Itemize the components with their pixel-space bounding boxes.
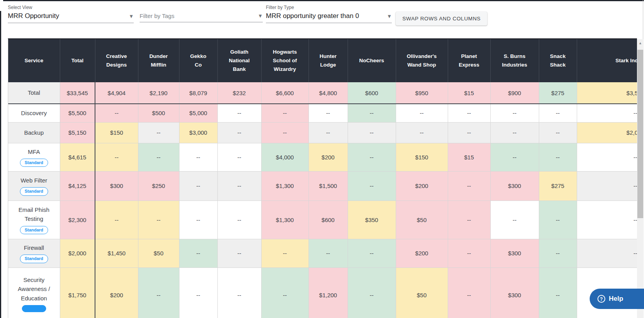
- column-header: Planet Express: [448, 39, 490, 82]
- standard-badge: Standard: [20, 255, 48, 263]
- question-circle-icon: ?: [597, 295, 605, 303]
- table-row: Email Phish TestingStandard$2,300-------…: [8, 201, 637, 239]
- value-cell: $15: [448, 82, 490, 104]
- header-row: ServiceTotalCreative DesignsDunder Miffl…: [8, 39, 637, 82]
- value-cell: $1,450: [95, 239, 138, 267]
- service-cell: Discovery: [8, 104, 60, 122]
- swap-rows-columns-button[interactable]: SWAP ROWS AND COLUMNS: [396, 12, 487, 25]
- value-cell: --: [539, 104, 577, 122]
- value-cell: $1,750: [60, 267, 95, 318]
- value-cell: --: [448, 122, 490, 143]
- value-cell: $950: [396, 82, 448, 104]
- value-cell: $300: [490, 239, 539, 267]
- value-cell: --: [309, 104, 348, 122]
- value-cell: --: [95, 143, 138, 171]
- select-view-dropdown[interactable]: Select View MRR Opportunity ▼: [8, 5, 134, 23]
- value-cell: --: [348, 171, 396, 201]
- table-row: Web FilterStandard$4,125$300$250----$1,3…: [8, 171, 637, 201]
- mrr-opportunity-table: ServiceTotalCreative DesignsDunder Miffl…: [8, 39, 637, 318]
- table-row: Discovery$5,500--$500$5,000-------------…: [8, 104, 637, 122]
- value-cell: $300: [95, 171, 138, 201]
- service-cell: Total: [8, 82, 60, 104]
- value-cell: $2,190: [138, 82, 179, 104]
- value-cell: --: [539, 239, 577, 267]
- table-row: Backup$5,150$150--$3,000----------------…: [8, 122, 637, 143]
- service-cell: Web FilterStandard: [8, 171, 60, 201]
- value-cell: $6,600: [261, 82, 309, 104]
- value-cell: $300: [490, 267, 539, 318]
- column-header: NoCheers: [348, 39, 396, 82]
- service-name: MFA: [11, 147, 57, 156]
- chevron-down-icon[interactable]: ▼: [387, 14, 392, 19]
- value-cell: --: [261, 239, 309, 267]
- value-cell: $2,300: [60, 201, 95, 239]
- service-name: Total: [11, 88, 57, 97]
- value-cell: --: [309, 122, 348, 143]
- chevron-down-icon[interactable]: ▼: [258, 13, 263, 18]
- value-cell: $5,150: [60, 122, 95, 143]
- value-cell: $2,000: [60, 239, 95, 267]
- service-name: Discovery: [11, 108, 57, 117]
- value-cell: $50: [138, 239, 179, 267]
- select-view-label: Select View: [8, 5, 134, 10]
- value-cell: $50: [396, 267, 448, 318]
- value-cell: --: [577, 201, 637, 239]
- column-header: Gekko Co: [179, 39, 217, 82]
- service-cell: Email Phish TestingStandard: [8, 201, 60, 239]
- value-cell: $4,615: [60, 143, 95, 171]
- value-cell: --: [348, 239, 396, 267]
- value-cell: --: [261, 104, 309, 122]
- value-cell: --: [539, 143, 577, 171]
- value-cell: $5,000: [179, 104, 217, 122]
- value-cell: --: [217, 143, 261, 171]
- value-cell: --: [539, 201, 577, 239]
- value-cell: --: [138, 201, 179, 239]
- value-cell: --: [179, 143, 217, 171]
- value-cell: --: [217, 201, 261, 239]
- value-cell: $2,000: [577, 122, 637, 143]
- select-view-value: MRR Opportunity: [8, 12, 59, 20]
- value-cell: --: [490, 143, 539, 171]
- value-cell: --: [396, 104, 448, 122]
- scroll-up-arrow-icon[interactable]: ▲: [637, 39, 644, 45]
- value-cell: $4,904: [95, 82, 138, 104]
- table-row: Security Awareness / Education$1,750$200…: [8, 267, 637, 318]
- filter-by-type-label: Filter by Type: [266, 5, 392, 10]
- filter-by-type-dropdown[interactable]: Filter by Type MRR opportunity greater t…: [266, 5, 392, 23]
- service-name: Firewall: [11, 243, 57, 252]
- filter-by-tags-dropdown[interactable]: Filter by Tags ▼: [140, 5, 263, 22]
- value-cell: --: [348, 104, 396, 122]
- value-cell: --: [95, 104, 138, 122]
- value-cell: $200: [396, 239, 448, 267]
- chevron-down-icon[interactable]: ▼: [129, 14, 134, 19]
- value-cell: --: [179, 201, 217, 239]
- value-cell: --: [261, 122, 309, 143]
- column-header: S. Burns Industries: [490, 39, 539, 82]
- table-row: MFAStandard$4,615--------$4,000$200--$15…: [8, 143, 637, 171]
- value-cell: --: [490, 122, 539, 143]
- value-cell: $600: [348, 82, 396, 104]
- value-cell: $4,125: [60, 171, 95, 201]
- service-name: Security Awareness / Education: [11, 275, 57, 303]
- value-cell: --: [348, 267, 396, 318]
- value-cell: $1,200: [309, 267, 348, 318]
- value-cell: $15: [448, 143, 490, 171]
- scrollbar-thumb[interactable]: [637, 50, 643, 218]
- value-cell: --: [448, 104, 490, 122]
- help-button[interactable]: ? Help: [590, 289, 644, 309]
- value-cell: --: [490, 104, 539, 122]
- value-cell: --: [261, 267, 309, 318]
- value-cell: --: [448, 201, 490, 239]
- column-header: Snack Shack: [539, 39, 577, 82]
- column-header: Stark Industries: [577, 39, 637, 82]
- value-cell: $50: [396, 201, 448, 239]
- value-cell: --: [217, 267, 261, 318]
- value-cell: $3,500: [577, 82, 637, 104]
- column-header: Ollivander's Wand Shop: [396, 39, 448, 82]
- value-cell: --: [179, 171, 217, 201]
- value-cell: --: [577, 171, 637, 201]
- vertical-scrollbar[interactable]: ▲: [637, 39, 644, 318]
- filter-by-tags-placeholder: Filter by Tags: [140, 13, 174, 19]
- service-cell: MFAStandard: [8, 143, 60, 171]
- filter-by-type-value: MRR opportunity greater than 0: [266, 12, 359, 20]
